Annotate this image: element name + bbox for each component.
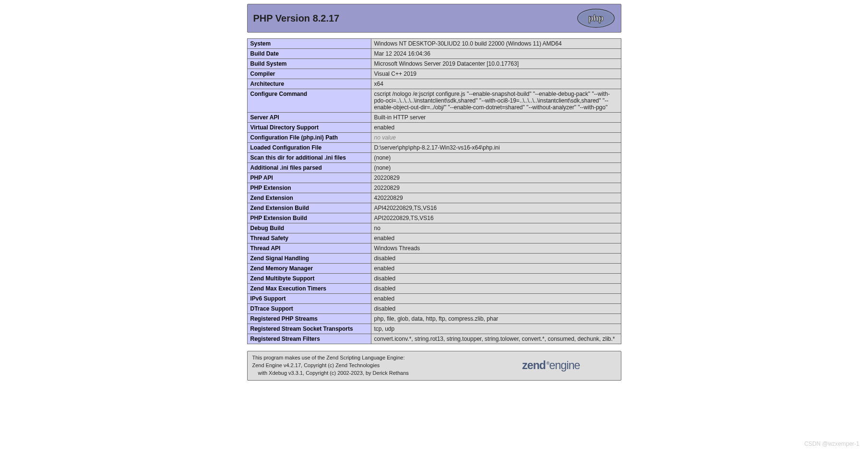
row-key: PHP Extension Build	[247, 213, 371, 223]
table-row: Zend Extension420220829	[247, 193, 621, 203]
page-title: PHP Version 8.2.17	[253, 13, 340, 24]
row-value: Microsoft Windows Server 2019 Datacenter…	[371, 59, 621, 69]
row-value: cscript /nologo /e:jscript configure.js …	[371, 89, 621, 113]
row-value: no value	[371, 133, 621, 143]
row-key: Server API	[247, 113, 371, 123]
table-row: Build DateMar 12 2024 16:04:36	[247, 49, 621, 59]
row-value: enabled	[371, 264, 621, 274]
row-key: Architecture	[247, 79, 371, 89]
row-value: enabled	[371, 294, 621, 304]
row-value: x64	[371, 79, 621, 89]
svg-text:zend®engine: zend®engine	[522, 359, 580, 371]
row-key: Virtual Directory Support	[247, 123, 371, 133]
row-key: Debug Build	[247, 223, 371, 233]
row-key: Zend Extension Build	[247, 203, 371, 213]
table-row: Registered Stream Filtersconvert.iconv.*…	[247, 334, 621, 344]
zend-box: This program makes use of the Zend Scrip…	[247, 351, 621, 381]
zend-text: This program makes use of the Zend Scrip…	[252, 354, 409, 377]
row-key: PHP Extension	[247, 183, 371, 193]
row-value: (none)	[371, 153, 621, 163]
table-row: Scan this dir for additional .ini files(…	[247, 153, 621, 163]
phpinfo-page: PHP Version 8.2.17 php SystemWindows NT …	[247, 4, 621, 381]
table-row: Additional .ini files parsed(none)	[247, 163, 621, 173]
table-row: Thread Safetyenabled	[247, 233, 621, 243]
row-key: Registered Stream Socket Transports	[247, 324, 371, 334]
row-key: Configuration File (php.ini) Path	[247, 133, 371, 143]
row-key: Scan this dir for additional .ini files	[247, 153, 371, 163]
row-key: Thread API	[247, 243, 371, 254]
row-key: Zend Extension	[247, 193, 371, 203]
row-value: disabled	[371, 254, 621, 264]
row-value: disabled	[371, 304, 621, 314]
row-value: disabled	[371, 274, 621, 284]
table-row: Zend Max Execution Timersdisabled	[247, 284, 621, 294]
row-value: Windows NT DESKTOP-30LIUD2 10.0 build 22…	[371, 39, 621, 49]
table-row: Debug Buildno	[247, 223, 621, 233]
row-key: Configure Command	[247, 89, 371, 113]
row-value: 20220829	[371, 183, 621, 193]
table-row: DTrace Supportdisabled	[247, 304, 621, 314]
row-value: 20220829	[371, 173, 621, 183]
row-key: Zend Memory Manager	[247, 264, 371, 274]
row-value: convert.iconv.*, string.rot13, string.to…	[371, 334, 621, 344]
table-row: Zend Multibyte Supportdisabled	[247, 274, 621, 284]
row-key: Zend Signal Handling	[247, 254, 371, 264]
table-row: Virtual Directory Supportenabled	[247, 123, 621, 133]
header-box: PHP Version 8.2.17 php	[247, 4, 621, 33]
table-row: IPv6 Supportenabled	[247, 294, 621, 304]
row-value: Windows Threads	[371, 243, 621, 254]
row-value: no	[371, 223, 621, 233]
row-value: Mar 12 2024 16:04:36	[371, 49, 621, 59]
row-value: API20220829,TS,VS16	[371, 213, 621, 223]
table-row: Zend Memory Managerenabled	[247, 264, 621, 274]
row-key: Zend Multibyte Support	[247, 274, 371, 284]
row-key: IPv6 Support	[247, 294, 371, 304]
table-row: CompilerVisual C++ 2019	[247, 69, 621, 79]
table-row: Build SystemMicrosoft Windows Server 201…	[247, 59, 621, 69]
php-logo-icon: php	[577, 8, 615, 28]
info-table: SystemWindows NT DESKTOP-30LIUD2 10.0 bu…	[247, 38, 621, 344]
table-row: Server APIBuilt-in HTTP server	[247, 113, 621, 123]
table-row: Architecturex64	[247, 79, 621, 89]
row-key: Thread Safety	[247, 233, 371, 243]
table-row: PHP Extension20220829	[247, 183, 621, 193]
row-value: tcp, udp	[371, 324, 621, 334]
row-key: Additional .ini files parsed	[247, 163, 371, 173]
row-value: 420220829	[371, 193, 621, 203]
row-key: Loaded Configuration File	[247, 143, 371, 153]
row-key: PHP API	[247, 173, 371, 183]
table-row: PHP API20220829	[247, 173, 621, 183]
table-row: Zend Signal Handlingdisabled	[247, 254, 621, 264]
row-value: Built-in HTTP server	[371, 113, 621, 123]
table-row: Loaded Configuration FileD:\server\php\p…	[247, 143, 621, 153]
row-key: Build Date	[247, 49, 371, 59]
row-key: System	[247, 39, 371, 49]
row-key: Build System	[247, 59, 371, 69]
zend-line-1: This program makes use of the Zend Scrip…	[252, 355, 405, 360]
zend-engine-logo-icon: zend®engine	[522, 358, 616, 373]
row-key: Zend Max Execution Timers	[247, 284, 371, 294]
svg-text:php: php	[588, 13, 603, 23]
row-key: Registered PHP Streams	[247, 314, 371, 324]
row-key: Compiler	[247, 69, 371, 79]
row-value: disabled	[371, 284, 621, 294]
table-row: PHP Extension BuildAPI20220829,TS,VS16	[247, 213, 621, 223]
table-row: SystemWindows NT DESKTOP-30LIUD2 10.0 bu…	[247, 39, 621, 49]
row-value: Visual C++ 2019	[371, 69, 621, 79]
table-row: Registered Stream Socket Transportstcp, …	[247, 324, 621, 334]
table-row: Thread APIWindows Threads	[247, 243, 621, 254]
row-value: enabled	[371, 123, 621, 133]
row-value: D:\server\php\php-8.2.17-Win32-vs16-x64\…	[371, 143, 621, 153]
row-value: enabled	[371, 233, 621, 243]
zend-line-2: Zend Engine v4.2.17, Copyright (c) Zend …	[252, 362, 380, 368]
row-value: php, file, glob, data, http, ftp, compre…	[371, 314, 621, 324]
table-row: Registered PHP Streamsphp, file, glob, d…	[247, 314, 621, 324]
table-row: Configure Commandcscript /nologo /e:jscr…	[247, 89, 621, 113]
row-value: API420220829,TS,VS16	[371, 203, 621, 213]
row-value: (none)	[371, 163, 621, 173]
row-key: Registered Stream Filters	[247, 334, 371, 344]
row-key: DTrace Support	[247, 304, 371, 314]
zend-line-3: with Xdebug v3.3.1, Copyright (c) 2002-2…	[252, 370, 409, 377]
table-row: Zend Extension BuildAPI420220829,TS,VS16	[247, 203, 621, 213]
table-row: Configuration File (php.ini) Pathno valu…	[247, 133, 621, 143]
